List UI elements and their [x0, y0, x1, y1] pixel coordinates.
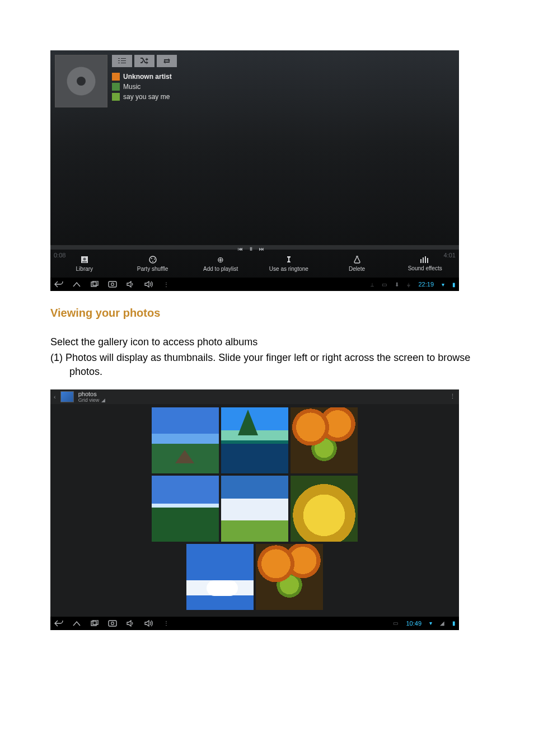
add-icon: ⊕ — [217, 255, 224, 264]
equalizer-icon — [420, 256, 430, 264]
library-label: Library — [76, 266, 93, 272]
svg-rect-12 — [93, 281, 98, 285]
track-name: say you say me — [123, 93, 170, 101]
system-bar: ⋮ ⟂ ▭ ⬇ ⏚ 22:19 ▾ ▮ — [50, 278, 459, 291]
svg-rect-7 — [420, 259, 421, 263]
status-usb-icon: ⏚ — [407, 281, 410, 288]
photo-thumbnail[interactable] — [221, 407, 288, 473]
gallery-top-bar: ‹ photos Grid view◢ ⋮ — [50, 389, 459, 404]
vol-up-icon[interactable] — [143, 280, 153, 288]
svg-rect-8 — [423, 257, 424, 263]
svg-point-5 — [154, 259, 155, 260]
context-action-row: Library Party shuffle ⊕ Add to playlist … — [50, 251, 459, 276]
svg-rect-17 — [109, 621, 116, 626]
track-icon — [112, 93, 120, 101]
svg-rect-9 — [425, 256, 426, 263]
wifi-icon: ▾ — [442, 281, 444, 288]
party-shuffle-icon — [148, 255, 157, 264]
album-icon — [112, 83, 120, 91]
photo-thumbnail[interactable] — [186, 544, 254, 610]
screenshot-nav-icon[interactable] — [107, 280, 118, 288]
overflow-icon[interactable]: ⋮ — [161, 280, 171, 288]
album-thumb[interactable] — [60, 391, 74, 402]
use-ringtone-action[interactable]: Use as ringtone — [255, 251, 323, 276]
status-sd-icon: ▭ — [382, 281, 387, 288]
svg-point-14 — [111, 283, 114, 286]
body-line-2: (1) Photos will display as thumbnails. S… — [50, 351, 484, 378]
shuffle-button[interactable] — [134, 55, 154, 67]
wifi-icon: ▾ — [429, 620, 432, 626]
gallery-screenshot: ‹ photos Grid view◢ ⋮ — [50, 389, 459, 630]
home-nav-icon[interactable] — [72, 280, 82, 288]
delete-label: Delete — [349, 266, 365, 272]
photo-thumbnail[interactable] — [152, 407, 219, 473]
svg-point-18 — [111, 622, 114, 624]
status-bt-icon: ⟂ — [371, 281, 374, 288]
svg-point-1 — [83, 258, 86, 261]
repeat-button[interactable] — [157, 55, 177, 67]
svg-point-3 — [149, 256, 156, 263]
chevron-down-icon: ◢ — [101, 397, 105, 403]
sound-effects-label: Sound effects — [408, 265, 442, 271]
gallery-title-block[interactable]: photos Grid view◢ — [78, 391, 106, 403]
list-icon — [118, 58, 126, 64]
status-clock: 10:49 — [406, 620, 421, 627]
vol-up-icon[interactable] — [143, 619, 153, 627]
list-text: Photos will display as thumbnails. Slide… — [65, 352, 470, 377]
list-prefix: (1) — [50, 352, 65, 363]
photo-thumbnail[interactable] — [291, 476, 358, 542]
vol-down-icon[interactable] — [125, 619, 135, 627]
overflow-icon[interactable]: ⋮ — [161, 619, 171, 627]
svg-rect-2 — [82, 261, 87, 262]
use-ringtone-label: Use as ringtone — [269, 266, 308, 272]
party-shuffle-label: Party shuffle — [137, 266, 168, 272]
track-metadata: Unknown artist Music say you say me — [112, 71, 172, 103]
gallery-title: photos — [78, 391, 97, 397]
signal-icon: ◢ — [440, 620, 444, 626]
recent-nav-icon[interactable] — [90, 280, 100, 288]
status-dl-icon: ⬇ — [395, 281, 399, 288]
artist-icon — [112, 73, 120, 81]
photo-thumbnail[interactable] — [256, 544, 323, 610]
status-sd-icon: ▭ — [393, 620, 398, 626]
party-shuffle-action[interactable]: Party shuffle — [119, 251, 187, 276]
battery-icon: ▮ — [452, 281, 456, 288]
battery-icon: ▮ — [452, 620, 456, 626]
back-nav-icon[interactable] — [54, 280, 64, 288]
photo-grid — [50, 406, 459, 617]
add-playlist-action[interactable]: ⊕ Add to playlist — [186, 251, 255, 276]
document-page: Unknown artist Music say you say me ⏮ ⏸ … — [0, 0, 534, 664]
home-nav-icon[interactable] — [72, 619, 82, 627]
queue-button[interactable] — [112, 55, 132, 67]
screenshot-nav-icon[interactable] — [107, 619, 118, 627]
shuffle-icon — [140, 58, 148, 64]
photo-thumbnail[interactable] — [221, 476, 288, 542]
status-clock: 22:19 — [418, 281, 434, 288]
back-chevron-icon[interactable]: ‹ — [54, 393, 56, 400]
photo-thumbnail[interactable] — [291, 407, 358, 473]
recent-nav-icon[interactable] — [90, 619, 100, 627]
sound-effects-action[interactable]: Sound effects — [391, 251, 459, 276]
svg-rect-11 — [91, 282, 96, 287]
svg-point-4 — [151, 258, 152, 259]
music-player-screenshot: Unknown artist Music say you say me ⏮ ⏸ … — [50, 50, 459, 291]
svg-rect-10 — [427, 258, 428, 263]
repeat-icon — [163, 58, 171, 64]
library-icon — [80, 255, 89, 264]
add-playlist-label: Add to playlist — [203, 266, 238, 272]
delete-action[interactable]: Delete — [323, 251, 391, 276]
back-nav-icon[interactable] — [54, 619, 64, 627]
gallery-subtitle: Grid view◢ — [78, 397, 106, 403]
vol-down-icon[interactable] — [125, 280, 135, 288]
section-heading: Viewing your photos — [50, 307, 484, 320]
library-action[interactable]: Library — [50, 251, 119, 276]
album-name: Music — [123, 83, 140, 91]
delete-icon — [353, 255, 362, 264]
photo-thumbnail[interactable] — [152, 476, 219, 542]
system-bar: ⋮ ▭ 10:49 ▾ ◢ ▮ — [50, 617, 459, 630]
overflow-menu-icon[interactable]: ⋮ — [449, 393, 456, 400]
ringtone-icon — [284, 255, 293, 264]
body-line-1: Select the gallery icon to access photo … — [50, 335, 484, 349]
svg-rect-13 — [109, 281, 116, 287]
album-art-placeholder — [55, 55, 107, 107]
